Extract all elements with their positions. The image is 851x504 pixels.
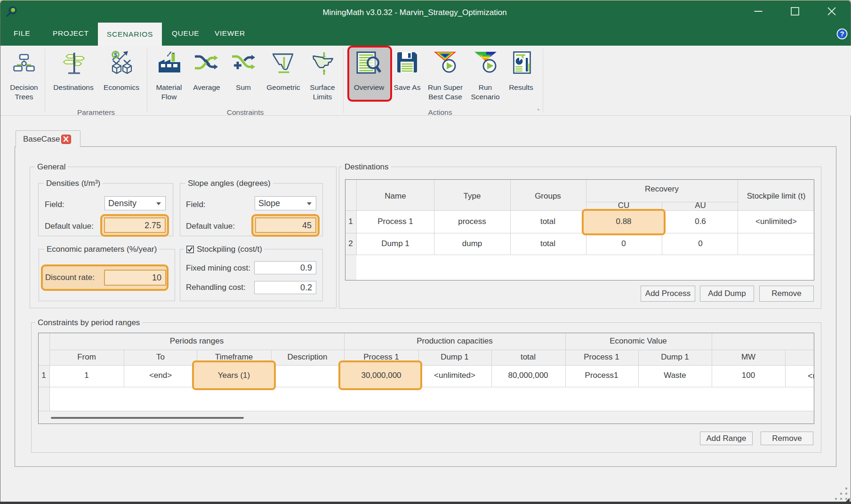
svg-text:?: ? (840, 30, 844, 38)
svg-text:$: $ (114, 52, 117, 58)
